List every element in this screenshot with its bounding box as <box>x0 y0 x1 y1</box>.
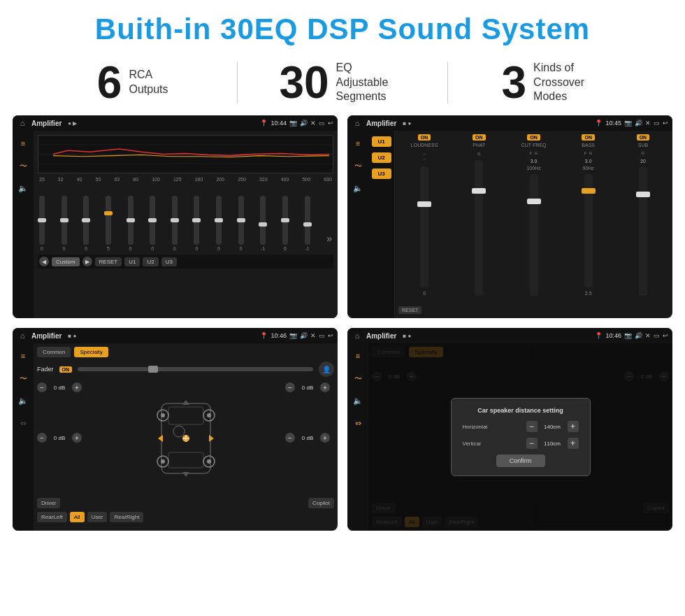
speaker-icon-1[interactable]: 🔈 <box>16 181 30 195</box>
speaker-left-col: − 0 dB + − 0 dB + <box>37 382 86 494</box>
fader-icon[interactable]: 👤 <box>319 361 334 377</box>
svg-point-8 <box>161 413 165 417</box>
status-bar-4: ⌂ Amplifier ■ ● 📍 10:46 📷 🔊 ✕ ▭ ↩ <box>347 328 672 343</box>
db-plus-rl[interactable]: + <box>72 433 82 443</box>
copilot-btn[interactable]: Copilot <box>308 498 334 508</box>
freq-630: 630 <box>324 177 332 182</box>
rearleft-btn[interactable]: RearLeft <box>37 512 67 522</box>
screen4-title: Amplifier <box>366 332 396 340</box>
back-icon-4: ↩ <box>663 332 668 339</box>
arrows-icon-3[interactable]: ⇔ <box>16 416 30 430</box>
db-minus-fl[interactable]: − <box>37 382 47 392</box>
u2-btn[interactable]: U2 <box>143 257 158 266</box>
eq-slider-11[interactable]: -1 <box>260 196 266 251</box>
db-minus-fr[interactable]: − <box>285 382 295 392</box>
custom-btn[interactable]: Custom <box>52 257 80 266</box>
eq-slider-3[interactable]: 0 <box>83 196 89 251</box>
bottom-btns-3: Driver Copilot <box>37 498 334 508</box>
vertical-plus-btn[interactable]: + <box>568 438 579 449</box>
time-1: 10:44 <box>271 120 287 127</box>
dialog-label-horizontal: Horizontal <box>463 424 501 430</box>
dialog-control-vertical: − 110cm + <box>526 438 579 449</box>
phat-on[interactable]: ON <box>473 134 486 141</box>
eq-slider-9[interactable]: 0 <box>216 196 222 251</box>
wave-icon-2[interactable]: 〜 <box>351 159 365 173</box>
eq-slider-1[interactable]: 0 <box>39 196 45 251</box>
all-btn[interactable]: All <box>70 512 85 522</box>
eq-arrow-right[interactable]: » <box>326 233 332 251</box>
preset-u2[interactable]: U2 <box>372 152 391 163</box>
db-minus-rr[interactable]: − <box>285 433 295 443</box>
home-icon-3[interactable]: ⌂ <box>17 330 28 341</box>
u1-btn[interactable]: U1 <box>124 257 140 266</box>
window-icon-3: ▭ <box>319 332 325 339</box>
play-btn[interactable]: ▶ <box>82 257 92 266</box>
eq-slider-8[interactable]: 0 <box>194 196 199 251</box>
horizontal-plus-btn[interactable]: + <box>568 421 579 432</box>
stat-eq: 30 EQ AdjustableSegments <box>252 60 433 105</box>
confirm-btn[interactable]: Confirm <box>496 454 545 467</box>
db-plus-rr[interactable]: + <box>320 433 330 443</box>
horizontal-minus-btn[interactable]: − <box>526 421 538 432</box>
volume-icon-1: 🔊 <box>300 120 308 127</box>
bass-slider[interactable] <box>584 174 593 287</box>
rearright-btn[interactable]: RearRight <box>110 512 143 522</box>
eq-icon-4[interactable]: ≡ <box>351 349 365 363</box>
wave-icon-3[interactable]: 〜 <box>16 371 30 385</box>
speaker-icon-2[interactable]: 🔈 <box>351 181 365 195</box>
cutfreq-label: CUT FREQ <box>521 143 547 148</box>
db-plus-fr[interactable]: + <box>320 382 330 392</box>
eq-slider-4[interactable]: 5 <box>106 196 111 251</box>
time-2: 10:45 <box>605 120 621 127</box>
home-icon-2[interactable]: ⌂ <box>352 117 363 129</box>
tab-specialty-3[interactable]: Specialty <box>74 347 108 357</box>
eq-slider-12[interactable]: 0 <box>282 196 288 251</box>
bass-on[interactable]: ON <box>582 134 595 141</box>
preset-u3[interactable]: U3 <box>372 169 391 179</box>
screen4-content: ≡ 〜 🔈 ⇔ Common Specialty − 0 dB <box>347 343 672 531</box>
phat-slider[interactable] <box>475 160 483 296</box>
cutfreq-slider[interactable] <box>530 174 538 296</box>
reset-btn-amp2[interactable]: RESET <box>398 306 421 314</box>
eq-icon-1[interactable]: ≡ <box>16 136 30 150</box>
driver-btn[interactable]: Driver <box>37 498 60 508</box>
u3-btn[interactable]: U3 <box>161 257 177 266</box>
freq-labels: 25 32 40 50 63 80 100 125 160 200 250 32… <box>38 177 333 182</box>
eq-icon-2[interactable]: ≡ <box>351 136 365 150</box>
db-minus-rl[interactable]: − <box>37 433 47 443</box>
eq-slider-6[interactable]: 0 <box>150 196 155 251</box>
fader-slider[interactable] <box>78 367 313 371</box>
eq-slider-2[interactable]: 0 <box>62 196 67 251</box>
fader-on-badge[interactable]: ON <box>59 366 73 373</box>
home-icon-1[interactable]: ⌂ <box>17 117 28 129</box>
screen4-left-controls: ≡ 〜 🔈 ⇔ <box>347 343 368 531</box>
db-plus-fl[interactable]: + <box>72 382 82 392</box>
wave-icon-4[interactable]: 〜 <box>351 371 365 385</box>
loudness-slider[interactable] <box>420 166 428 287</box>
speaker-icon-4[interactable]: 🔈 <box>351 394 365 408</box>
eq-slider-10[interactable]: 0 <box>238 196 244 251</box>
screen1-indicator: ● ▶ <box>68 120 77 127</box>
screen-amp2: ⌂ Amplifier ■ ● 📍 10:45 📷 🔊 ✕ ▭ ↩ ≡ 〜 🔈 … <box>347 115 672 318</box>
vertical-minus-btn[interactable]: − <box>526 438 538 449</box>
tab-common-3[interactable]: Common <box>37 347 71 357</box>
prev-btn[interactable]: ◀ <box>39 257 49 266</box>
spacer-3 <box>63 498 305 508</box>
wave-icon-1[interactable]: 〜 <box>16 159 30 173</box>
loudness-on[interactable]: ON <box>418 134 431 141</box>
user-btn-3[interactable]: User <box>87 512 108 522</box>
freq-80: 80 <box>133 177 138 182</box>
sub-slider[interactable] <box>639 167 647 296</box>
eq-slider-7[interactable]: 0 <box>172 196 178 251</box>
reset-btn-eq[interactable]: RESET <box>95 257 122 266</box>
eq-slider-13[interactable]: -1 <box>305 196 310 251</box>
eq-slider-5[interactable]: 0 <box>128 196 134 251</box>
speaker-icon-3[interactable]: 🔈 <box>16 394 30 408</box>
eq-icon-3[interactable]: ≡ <box>16 349 30 363</box>
home-icon-4[interactable]: ⌂ <box>352 330 363 341</box>
cutfreq-on[interactable]: ON <box>527 134 540 141</box>
arrows-icon-4[interactable]: ⇔ <box>351 416 365 430</box>
sub-on[interactable]: ON <box>637 134 650 141</box>
preset-u1[interactable]: U1 <box>372 136 391 147</box>
fader-row: Fader ON 👤 <box>37 361 334 377</box>
